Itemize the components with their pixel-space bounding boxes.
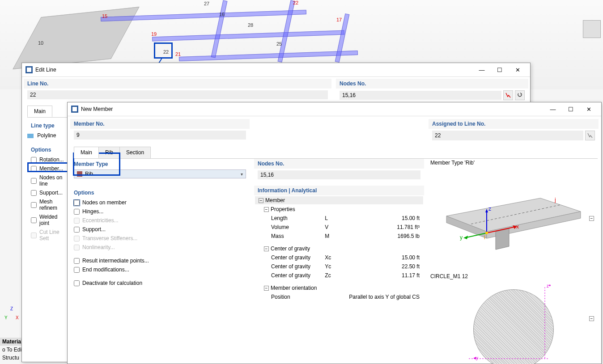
assigned-line-input[interactable] (432, 131, 583, 140)
option-mesh-refinement[interactable]: Mesh refinem (27, 197, 70, 212)
pick-line-button[interactable] (585, 131, 595, 140)
option-eccentricities: Eccentricities... (70, 216, 250, 225)
node-label: 15 (102, 13, 107, 19)
member-option-highlight (27, 162, 72, 172)
node-label: 19 (151, 31, 157, 37)
collapse-icon[interactable]: − (259, 198, 263, 203)
info-analytical-label: Information | Analytical (254, 186, 424, 195)
node-label: 27 (204, 1, 209, 6)
minimize-button[interactable]: — (544, 104, 562, 114)
member-no-input[interactable] (74, 131, 246, 140)
node-label: 22 (293, 0, 298, 5)
polyline-swatch-icon (27, 134, 34, 138)
app-icon (25, 66, 33, 73)
nodes-no-input[interactable] (258, 170, 420, 179)
edit-line-titlebar[interactable]: Edit Line — ☐ ✕ (22, 63, 530, 77)
beam (179, 51, 358, 61)
tab-section[interactable]: Section (119, 147, 151, 158)
z-axis-label: z• (547, 283, 551, 289)
close-button[interactable]: ✕ (509, 65, 527, 75)
pick-nodes-button[interactable] (503, 90, 513, 100)
member-no-label: Member No. (70, 119, 250, 129)
maximize-button[interactable]: ☐ (562, 104, 580, 114)
option-deactivate[interactable]: Deactivate for calculation (70, 279, 250, 288)
line-no-input[interactable] (27, 90, 328, 99)
new-member-titlebar[interactable]: New Member — ☐ ✕ (68, 102, 601, 116)
preview-rib-title: Member Type 'Rib' (429, 159, 599, 167)
y-axis-label: ◂y (473, 355, 478, 361)
dialog-title: Edit Line (35, 67, 473, 73)
rib-3d-preview: z x y i j (429, 167, 599, 256)
nodes-no-input[interactable] (340, 91, 501, 100)
svg-rect-5 (72, 107, 77, 111)
collapse-icon[interactable]: − (264, 246, 269, 251)
minimize-button[interactable]: — (473, 65, 491, 75)
selection-highlight (154, 42, 173, 59)
app-icon (71, 106, 78, 113)
info-table: −Member −Properties LengthL15.00 ft Volu… (254, 195, 424, 302)
svg-text:y: y (460, 234, 463, 241)
node-label: 17 (336, 17, 342, 22)
node-label: 21 (175, 51, 181, 57)
maximize-button[interactable]: ☐ (491, 65, 509, 75)
svg-text:z: z (488, 206, 491, 212)
chevron-down-icon: ▾ (241, 172, 243, 177)
global-axes-indicator: Z Y X (4, 306, 20, 322)
reverse-button[interactable] (515, 90, 525, 100)
beam (152, 30, 344, 41)
node-label: 10 (38, 40, 43, 46)
option-nonlinearity: Nonlinearity... (70, 243, 250, 252)
svg-marker-16 (463, 236, 468, 239)
option-nodes-on-member[interactable]: Nodes on member (70, 198, 250, 207)
node-label: 25 (276, 41, 282, 47)
option-hinges[interactable]: Hinges... (70, 207, 250, 216)
line-type-label: Line type (27, 120, 70, 131)
new-member-dialog: New Member — ☐ ✕ Member No. Assigned to … (67, 102, 602, 364)
svg-marker-9 (496, 229, 509, 250)
assigned-line-label: Assigned to Line No. (429, 119, 599, 129)
line-type-value: Polyline (37, 132, 56, 139)
node-label: 28 (248, 22, 253, 28)
tab-main[interactable]: Main (27, 106, 52, 117)
beam (211, 0, 228, 58)
svg-text:j: j (554, 197, 556, 203)
rib-preview[interactable]: z x y i j − (429, 167, 599, 270)
node-label: 16 (219, 12, 225, 17)
option-welded-joint[interactable]: Welded joint (27, 212, 70, 228)
dialog-title: New Member (81, 106, 544, 112)
option-support[interactable]: Support... (27, 188, 70, 197)
svg-rect-2 (27, 68, 31, 72)
option-support[interactable]: Support... (70, 225, 250, 234)
circle-shape (473, 289, 554, 364)
circle-section-preview[interactable]: z• ◂y − (429, 280, 599, 356)
tab-main[interactable]: Main (74, 147, 99, 158)
options-label: Options (27, 144, 70, 155)
collapse-icon[interactable]: − (264, 207, 269, 212)
collapse-icon[interactable]: − (589, 216, 594, 221)
svg-text:i: i (484, 234, 485, 241)
svg-point-22 (485, 232, 488, 234)
close-button[interactable]: ✕ (580, 104, 598, 114)
option-result-intermediate[interactable]: Result intermediate points... (70, 256, 250, 265)
options-label: Options (70, 187, 250, 198)
line-no-label: Line No. (24, 79, 331, 89)
preview-circle-title: CIRCLE_M1 12 (429, 272, 599, 280)
collapse-icon[interactable]: − (589, 316, 594, 321)
option-transverse: Transverse Stiffeners... (70, 234, 250, 243)
navigation-cube[interactable] (583, 20, 601, 38)
option-cut-line: Cut Line Sett (27, 228, 70, 243)
nodes-no-label: Nodes No. (254, 159, 424, 169)
option-nodes-on-line[interactable]: Nodes on line (27, 173, 70, 188)
option-end-modifications[interactable]: End modifications... (70, 265, 250, 274)
line-type-value-row[interactable]: Polyline (27, 131, 70, 140)
svg-text:x: x (516, 224, 519, 230)
collapse-icon[interactable]: − (264, 286, 269, 291)
nodes-no-label: Nodes No. (336, 79, 528, 89)
